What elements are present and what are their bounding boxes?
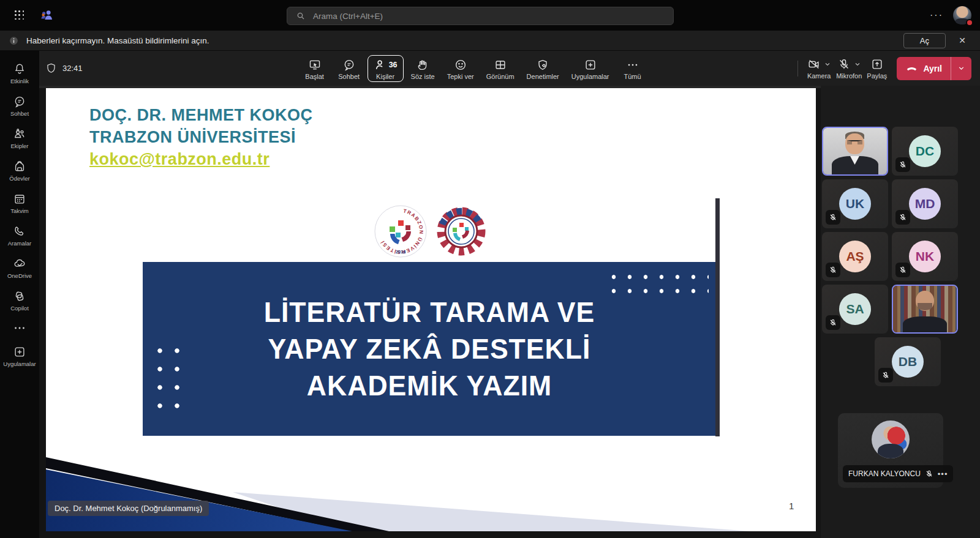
- participant-tile[interactable]: NK: [892, 232, 958, 281]
- cloud-icon: [13, 257, 26, 271]
- teams-logo-icon[interactable]: [36, 5, 57, 26]
- speaker2-video: [893, 286, 957, 332]
- participant-tile[interactable]: MD: [892, 179, 958, 228]
- slide-page-number: 1: [789, 501, 794, 511]
- presenter-name: DOÇ. DR. MEHMET KOKOÇ: [89, 104, 313, 126]
- phone-icon: [13, 225, 26, 238]
- camera-off-icon: [807, 58, 821, 71]
- mic-muted-icon: [826, 263, 840, 277]
- more-dots-icon: [626, 58, 639, 72]
- mic-muted-icon: [925, 469, 933, 478]
- presenter-email[interactable]: kokoc@trabzon.edu.tr: [89, 148, 313, 170]
- sidebar-item-calls[interactable]: Aramalar: [0, 219, 39, 252]
- share-start-button[interactable]: Başlat: [299, 55, 331, 82]
- presenter-name-label: Doç. Dr. Mehmet Kokoç (Doğrulanmamış): [48, 501, 209, 516]
- banner-dots-topright: [601, 267, 709, 293]
- mic-muted-icon: [878, 368, 893, 383]
- shared-slide: DOÇ. DR. MEHMET KOKOÇ TRABZON ÜNİVERSİTE…: [46, 88, 816, 531]
- mic-muted-icon: [895, 210, 910, 225]
- search-icon: [296, 11, 306, 21]
- chat-icon: [13, 95, 26, 108]
- my-video-tile[interactable]: FURKAN KALYONCU •••: [838, 413, 943, 488]
- participant-initials: MD: [909, 188, 941, 220]
- svg-text:2018: 2018: [396, 249, 406, 255]
- mic-off-icon: [837, 58, 851, 71]
- meeting-stage: DOÇ. DR. MEHMET KOKOÇ TRABZON ÜNİVERSİTE…: [39, 86, 821, 538]
- user-avatar[interactable]: [953, 6, 971, 24]
- sidebar-item-onedrive[interactable]: OneDrive: [0, 252, 39, 284]
- controls-button[interactable]: Denetimler: [522, 55, 564, 82]
- participant-initials: DC: [909, 135, 941, 167]
- participant-tile[interactable]: AŞ: [822, 232, 888, 281]
- app-launcher-icon[interactable]: [9, 5, 30, 26]
- hand-icon: [416, 58, 429, 72]
- my-avatar: [872, 420, 910, 458]
- sidebar-item-copilot[interactable]: Copilot: [0, 284, 39, 316]
- react-button[interactable]: Tepki ver: [442, 55, 479, 82]
- chat-icon: [342, 58, 356, 72]
- bell-icon: [13, 62, 26, 76]
- participant-initials: AŞ: [839, 241, 871, 272]
- participant-tile[interactable]: DB: [875, 337, 941, 386]
- backpack-icon: [13, 160, 26, 173]
- search-input[interactable]: Arama (Ctrl+Alt+E): [287, 7, 674, 25]
- screenshare-icon: [308, 58, 322, 72]
- speaker-video: [823, 128, 887, 174]
- apps-button[interactable]: Uygulamalar: [567, 55, 614, 82]
- microphone-button[interactable]: Mikrofon: [836, 58, 862, 80]
- camera-button[interactable]: Kamera: [807, 58, 831, 80]
- leave-button[interactable]: Ayrıl: [897, 57, 971, 80]
- mic-muted-icon: [826, 315, 840, 330]
- mic-chevron-icon: [854, 61, 861, 68]
- tile-more-icon[interactable]: •••: [938, 469, 948, 479]
- people-button[interactable]: 36 Kişiler: [368, 55, 404, 82]
- participant-tile[interactable]: SA: [822, 285, 888, 334]
- titlebar-more-icon[interactable]: ···: [930, 10, 943, 21]
- share-button[interactable]: Paylaş: [867, 58, 887, 80]
- view-button[interactable]: Görünüm: [481, 55, 519, 82]
- hangup-icon: [905, 62, 918, 75]
- participant-tile[interactable]: DC: [892, 127, 958, 176]
- university-logo: TRABZON ÜNİVERSİTESİ 2018: [374, 204, 428, 258]
- notification-open-button[interactable]: Aç: [903, 33, 946, 48]
- toolbar-separator: [797, 61, 798, 77]
- leave-chevron-icon[interactable]: [951, 57, 971, 80]
- more-actions-button[interactable]: Tümü: [617, 55, 649, 82]
- info-icon: [9, 35, 19, 46]
- copilot-icon: [13, 290, 26, 303]
- sidebar-item-calendar[interactable]: Takvim: [0, 187, 39, 219]
- shield-gear-icon: [536, 58, 549, 72]
- slide-accent-bar: [715, 198, 720, 436]
- participant-initials: NK: [909, 241, 941, 272]
- sidebar-item-activity[interactable]: Etkinlik: [0, 57, 39, 89]
- raise-hand-button[interactable]: Söz iste: [406, 55, 440, 82]
- apps-plus-icon: [584, 58, 597, 72]
- mic-muted-icon: [895, 263, 910, 277]
- smiley-icon: [454, 58, 467, 72]
- sidebar-item-teams[interactable]: Ekipler: [0, 122, 39, 154]
- presenter-university: TRABZON ÜNİVERSİTESİ: [89, 126, 313, 148]
- search-placeholder: Arama (Ctrl+Alt+E): [313, 12, 383, 21]
- notification-banner: Haberleri kaçırmayın. Masaüstü bildiriml…: [0, 31, 980, 51]
- notification-close-icon[interactable]: ✕: [953, 35, 971, 45]
- participant-video-tile[interactable]: [892, 285, 958, 334]
- top-bar: Arama (Ctrl+Alt+E) ···: [0, 0, 980, 31]
- notification-message: Haberleri kaçırmayın. Masaüstü bildiriml…: [26, 36, 896, 45]
- meeting-timer: 32:41: [62, 64, 83, 73]
- slide-title-banner: LİTERATÜR TARAMA VE YAPAY ZEKÂ DESTEKLİ …: [143, 262, 716, 436]
- sidebar-more-icon[interactable]: [0, 316, 39, 340]
- sidebar-item-chat[interactable]: Sohbet: [0, 89, 39, 122]
- participant-tile[interactable]: UK: [822, 179, 888, 228]
- shield-icon: [45, 62, 57, 74]
- sidebar-item-apps[interactable]: Uygulamalar: [0, 340, 39, 372]
- slide-title: LİTERATÜR TARAMA VE YAPAY ZEKÂ DESTEKLİ …: [151, 294, 707, 404]
- slide-logos: TRABZON ÜNİVERSİTESİ 2018: [374, 204, 488, 258]
- apps-icon: [13, 345, 26, 359]
- participant-initials: SA: [839, 293, 871, 325]
- participants-panel: DC UK MD AŞ: [821, 86, 980, 538]
- chat-button[interactable]: Sohbet: [333, 55, 365, 82]
- participant-video-tile[interactable]: [822, 127, 888, 176]
- meeting-toolbar: 32:41 Başlat Sohbet 36: [39, 51, 980, 86]
- sidebar-item-assignments[interactable]: Ödevler: [0, 154, 39, 187]
- share-up-icon: [870, 58, 884, 71]
